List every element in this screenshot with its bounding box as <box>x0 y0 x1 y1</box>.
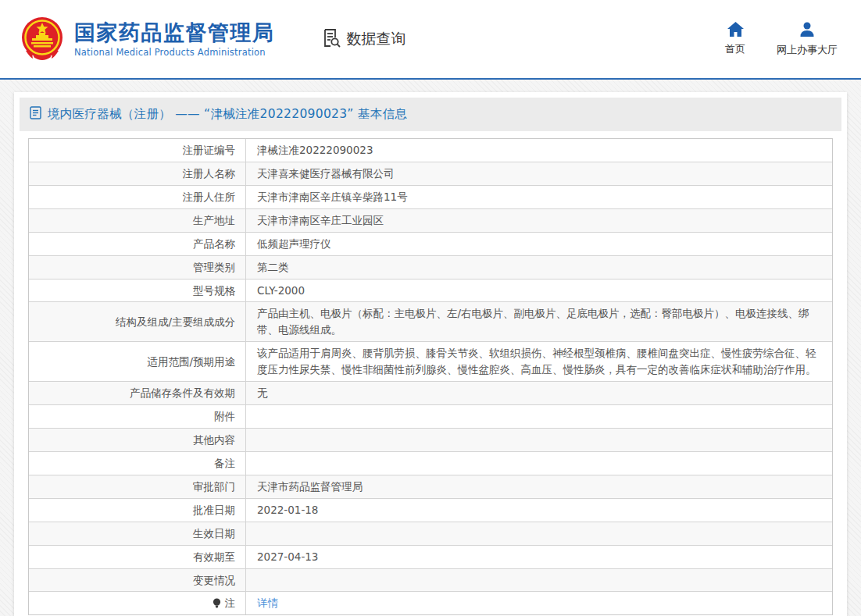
note-icon <box>213 598 221 608</box>
data-query-label: 数据查询 <box>347 29 406 49</box>
field-label-cell: 产品名称 <box>29 233 246 255</box>
field-label-cell: 生产地址 <box>29 209 246 232</box>
header-nav: 首页 网上办事大厅 <box>725 22 838 57</box>
field-label-cell: 审批部门 <box>29 475 246 498</box>
field-value-cell: 低频超声理疗仪 <box>246 233 832 255</box>
field-label-cell: 注册证编号 <box>29 139 246 162</box>
table-row: 注详情 <box>29 592 832 614</box>
field-value: 天津市津南区辛庄镇辛柴路11号 <box>257 189 408 205</box>
field-label-cell: 注册人住所 <box>29 186 246 208</box>
field-label-cell: 变更情况 <box>29 569 246 592</box>
nav-home[interactable]: 首页 <box>725 22 745 57</box>
field-label: 结构及组成/主要组成成分 <box>116 314 235 330</box>
field-label: 批准日期 <box>193 502 235 518</box>
field-label-cell: 附件 <box>29 405 246 428</box>
table-row: 附件 <box>29 405 832 429</box>
header-divider <box>0 78 861 80</box>
field-value-cell: 2022-01-18 <box>246 499 832 522</box>
field-value-cell: 该产品适用于肩周炎、腰背肌劳损、膝骨关节炎、软组织损伤、神经根型颈椎病、腰椎间盘… <box>246 342 832 381</box>
field-label: 生产地址 <box>193 212 235 229</box>
table-row: 适用范围/预期用途该产品适用于肩周炎、腰背肌劳损、膝骨关节炎、软组织损伤、神经根… <box>29 342 832 382</box>
org-name-cn: 国家药品监督管理局 <box>74 20 275 45</box>
table-row: 型号规格CLY-2000 <box>29 280 832 303</box>
field-value-cell: 详情 <box>246 592 832 614</box>
org-name-en: National Medical Products Administration <box>74 47 275 58</box>
field-label-cell: 产品储存条件及有效期 <box>29 382 246 404</box>
field-value-cell <box>246 405 832 428</box>
field-label-cell: 管理类别 <box>29 256 246 279</box>
nav-home-label: 首页 <box>725 42 745 56</box>
field-label-cell: 型号规格 <box>29 280 246 302</box>
field-value-cell: 天津喜来健医疗器械有限公司 <box>246 162 832 185</box>
field-label: 管理类别 <box>193 259 235 276</box>
field-label-cell: 其他内容 <box>29 429 246 451</box>
field-label: 注册人住所 <box>183 189 236 205</box>
field-value: 无 <box>257 385 268 401</box>
field-value: 天津市津南区辛庄工业园区 <box>257 212 384 229</box>
page-title-bar: 境内医疗器械（注册） —— “津械注准20222090023” 基本信息 <box>20 98 841 131</box>
field-label: 有效期至 <box>193 549 235 565</box>
registration-info-table: 注册证编号津械注准20222090023注册人名称天津喜来健医疗器械有限公司注册… <box>28 138 833 615</box>
field-value: 2027-04-13 <box>257 549 318 565</box>
field-label: 注册人名称 <box>183 166 236 182</box>
table-row: 注册证编号津械注准20222090023 <box>29 139 832 162</box>
field-label: 附件 <box>214 408 235 425</box>
table-row: 审批部门天津市药品监督管理局 <box>29 475 832 499</box>
site-header: 国家药品监督管理局 National Medical Products Admi… <box>0 0 861 78</box>
table-row: 注册人住所天津市津南区辛庄镇辛柴路11号 <box>29 186 832 209</box>
field-label-cell: 生效日期 <box>29 522 246 545</box>
field-value-cell: 天津市津南区辛庄工业园区 <box>246 209 832 232</box>
field-value-cell <box>246 452 832 475</box>
field-label: 型号规格 <box>193 283 235 299</box>
table-row: 注册人名称天津喜来健医疗器械有限公司 <box>29 162 832 186</box>
table-row: 备注 <box>29 452 832 475</box>
document-icon <box>30 106 41 123</box>
user-icon <box>799 22 815 37</box>
field-label-cell: 注册人名称 <box>29 162 246 185</box>
nav-service-hall[interactable]: 网上办事大厅 <box>777 22 838 57</box>
field-value-cell <box>246 429 832 451</box>
field-label-cell: 批准日期 <box>29 499 246 522</box>
field-label: 产品名称 <box>193 236 235 252</box>
field-label-cell: 有效期至 <box>29 546 246 568</box>
field-value: CLY-2000 <box>257 283 305 299</box>
field-value-cell: 产品由主机、电极片（标配：主电极片、左/右电极片、副电极片、足底电极片，选配：臀… <box>246 302 832 341</box>
table-row: 生效日期 <box>29 522 832 546</box>
org-title-block: 国家药品监督管理局 National Medical Products Admi… <box>74 20 275 58</box>
field-label: 备注 <box>214 455 235 472</box>
table-row: 批准日期2022-01-18 <box>29 499 832 522</box>
table-row: 结构及组成/主要组成成分产品由主机、电极片（标配：主电极片、左/右电极片、副电极… <box>29 302 832 342</box>
data-query-icon <box>320 27 341 52</box>
table-row: 变更情况 <box>29 569 832 593</box>
home-icon <box>727 22 744 37</box>
field-value-cell <box>246 522 832 545</box>
field-value-cell: 2027-04-13 <box>246 546 832 568</box>
field-value: 2022-01-18 <box>257 502 318 518</box>
field-label: 其他内容 <box>193 432 235 448</box>
field-value-cell: CLY-2000 <box>246 280 832 302</box>
table-row: 其他内容 <box>29 429 832 452</box>
field-label-cell: 备注 <box>29 452 246 475</box>
nmpa-emblem-logo <box>21 16 63 62</box>
table-row: 产品名称低频超声理疗仪 <box>29 233 832 256</box>
field-value-cell: 津械注准20222090023 <box>246 139 832 162</box>
field-label: 产品储存条件及有效期 <box>130 385 235 401</box>
field-value: 津械注准20222090023 <box>257 142 373 158</box>
table-row: 产品储存条件及有效期无 <box>29 382 832 405</box>
field-label-cell: 注 <box>29 592 246 614</box>
field-value: 低频超声理疗仪 <box>257 236 331 252</box>
field-value-cell: 天津市药品监督管理局 <box>246 475 832 498</box>
field-value-cell <box>246 569 832 592</box>
field-label: 审批部门 <box>193 479 235 495</box>
data-query-button[interactable]: 数据查询 <box>320 27 406 52</box>
field-value: 天津喜来健医疗器械有限公司 <box>257 166 395 182</box>
field-label-cell: 适用范围/预期用途 <box>29 342 246 381</box>
details-link[interactable]: 详情 <box>257 595 278 611</box>
detail-card: 境内医疗器械（注册） —— “津械注准20222090023” 基本信息 注册证… <box>14 92 847 616</box>
field-value-cell: 第二类 <box>246 256 832 279</box>
table-row: 管理类别第二类 <box>29 256 832 280</box>
field-value: 产品由主机、电极片（标配：主电极片、左/右电极片、副电极片、足底电极片，选配：臀… <box>257 305 821 338</box>
field-value: 该产品适用于肩周炎、腰背肌劳损、膝骨关节炎、软组织损伤、神经根型颈椎病、腰椎间盘… <box>257 345 821 378</box>
field-value: 天津市药品监督管理局 <box>257 479 363 495</box>
field-label: 适用范围/预期用途 <box>147 354 235 370</box>
